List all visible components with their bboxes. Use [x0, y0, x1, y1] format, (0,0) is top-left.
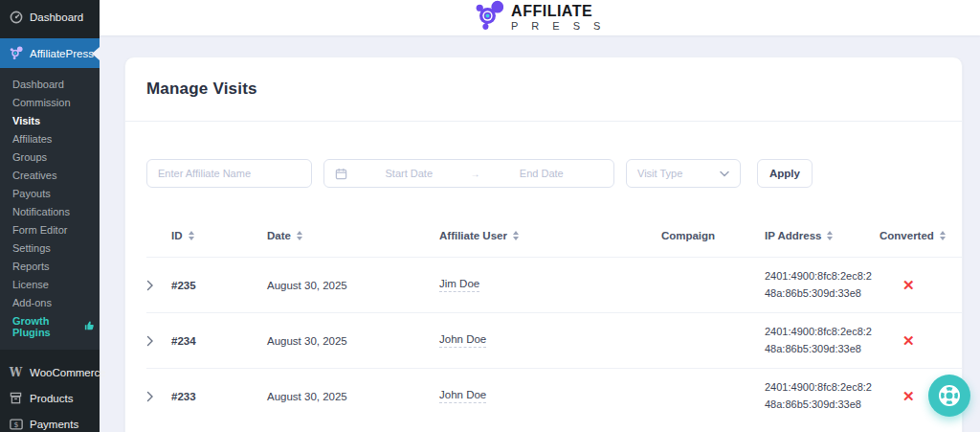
row-expand-button[interactable] — [146, 391, 171, 402]
range-arrow-icon: → — [471, 169, 480, 179]
table-header-row: ID Date Affiliate User Compaign — [146, 230, 962, 257]
visit-date: August 30, 2025 — [267, 280, 439, 291]
content-area: Manage Visits Start Date → End Date Visi… — [100, 35, 980, 432]
submenu-item-add-ons[interactable]: Add-ons — [0, 293, 100, 311]
column-header-campaign: Compaign — [612, 230, 765, 241]
not-converted-icon: ✕ — [902, 277, 915, 293]
submenu-item-dashboard[interactable]: Dashboard — [0, 75, 100, 93]
column-header-date[interactable]: Date — [267, 230, 439, 241]
sort-icon — [189, 231, 194, 240]
sidebar-item-label: AffiliatePress — [30, 48, 94, 59]
sidebar-item-label: Dashboard — [30, 11, 83, 23]
visit-ip-address: 2401:4900:8fc8:2ec8:248a:86b5:309d:33e8 — [765, 261, 878, 309]
visit-type-value: Visit Type — [637, 168, 682, 179]
affiliatepress-logo-icon — [474, 0, 503, 35]
sort-asc-icon — [827, 231, 833, 235]
row-expand-button[interactable] — [146, 335, 171, 347]
table-row: #235 August 30, 2025 Jim Doe 2401:4900:8… — [146, 257, 962, 312]
affiliate-user-link[interactable]: John Doe — [439, 389, 486, 403]
visit-id: #235 — [171, 280, 267, 291]
sort-desc-icon — [513, 237, 519, 240]
column-header-converted[interactable]: Converted — [880, 230, 962, 241]
sort-asc-icon — [940, 231, 946, 235]
wp-lower-menu: W WooCommerce Products $ Payments Market… — [0, 359, 100, 432]
table-row: #233 August 30, 2025 John Doe 2401:4900:… — [146, 368, 962, 423]
manage-visits-card: Manage Visits Start Date → End Date Visi… — [124, 57, 963, 432]
submenu-item-form-editor[interactable]: Form Editor — [0, 220, 100, 239]
sort-icon — [513, 231, 519, 240]
svg-text:$: $ — [13, 420, 18, 428]
products-box-icon — [9, 391, 23, 405]
sort-icon — [940, 231, 946, 240]
wp-admin-sidebar: Dashboard AffiliatePress Dashboard Commi… — [0, 0, 100, 432]
filters-row: Start Date → End Date Visit Type Apply — [146, 159, 941, 188]
visit-date: August 30, 2025 — [267, 391, 439, 402]
column-header-affiliate-user[interactable]: Affiliate User — [439, 230, 612, 241]
sidebar-item-products[interactable]: Products — [0, 385, 100, 411]
main-area: AFFILIATE P R E S S Manage Visits Start … — [100, 0, 980, 432]
affiliatepress-logo: AFFILIATE P R E S S — [474, 0, 606, 35]
visit-type-select[interactable]: Visit Type — [626, 159, 741, 188]
sidebar-item-payments[interactable]: $ Payments — [0, 411, 100, 432]
calendar-icon — [335, 168, 347, 180]
submenu-item-groups[interactable]: Groups — [0, 148, 100, 166]
submenu-item-payouts[interactable]: Payouts — [0, 184, 100, 202]
sort-desc-icon — [189, 237, 194, 240]
not-converted-icon: ✕ — [902, 388, 915, 404]
woocommerce-icon: W — [9, 365, 23, 379]
submenu-item-notifications[interactable]: Notifications — [0, 202, 100, 220]
sort-asc-icon — [297, 231, 302, 235]
submenu-item-creatives[interactable]: Creatives — [0, 166, 100, 184]
logo-line-1: AFFILIATE — [511, 4, 606, 19]
submenu-item-affiliates[interactable]: Affiliates — [0, 129, 100, 148]
affiliate-user-link[interactable]: Jim Doe — [439, 278, 479, 292]
table-body: #235 August 30, 2025 Jim Doe 2401:4900:8… — [146, 257, 962, 423]
submenu-item-commission[interactable]: Commission — [0, 93, 100, 111]
start-date-placeholder[interactable]: Start Date — [347, 168, 471, 179]
visit-id: #234 — [171, 335, 267, 347]
sidebar-item-woocommerce[interactable]: W WooCommerce — [0, 359, 100, 385]
affiliate-user-link[interactable]: John Doe — [439, 333, 486, 348]
table-row: #234 August 30, 2025 John Doe 2401:4900:… — [146, 312, 962, 368]
column-header-id[interactable]: ID — [171, 230, 267, 241]
sidebar-item-label: Payments — [30, 419, 78, 430]
logo-line-2: P R E S S — [511, 21, 606, 32]
sort-asc-icon — [513, 231, 519, 235]
payments-dollar-icon: $ — [9, 417, 23, 431]
visit-date: August 30, 2025 — [267, 335, 439, 347]
sort-desc-icon — [940, 237, 946, 240]
submenu-item-reports[interactable]: Reports — [0, 257, 100, 275]
page-title: Manage Visits — [146, 80, 941, 99]
current-menu-arrow — [92, 47, 100, 60]
affiliatepress-submenu: Dashboard Commission Visits Affiliates G… — [0, 68, 100, 350]
not-converted-icon: ✕ — [902, 332, 915, 349]
submenu-item-license[interactable]: License — [0, 275, 100, 293]
affiliate-name-input[interactable] — [146, 159, 312, 188]
sort-desc-icon — [827, 237, 833, 240]
logo-wordmark: AFFILIATE P R E S S — [511, 4, 606, 32]
life-buoy-icon — [937, 383, 962, 408]
submenu-item-growth-plugins[interactable]: Growth Plugins — [0, 311, 100, 341]
visit-ip-address: 2401:4900:8fc8:2ec8:248a:86b5:309d:33e8 — [765, 316, 878, 365]
sidebar-item-label: WooCommerce — [30, 367, 106, 378]
card-header: Manage Visits — [125, 57, 962, 122]
row-expand-button[interactable] — [146, 280, 171, 291]
sort-icon — [827, 231, 833, 240]
sort-icon — [297, 231, 302, 240]
chevron-down-icon — [720, 171, 729, 177]
thumbs-up-icon — [84, 321, 94, 332]
affiliatepress-logo-icon — [9, 46, 23, 60]
top-header-bar: AFFILIATE P R E S S — [100, 0, 980, 35]
column-header-ip-address[interactable]: IP Address — [765, 230, 880, 241]
visit-ip-address: 2401:4900:8fc8:2ec8:248a:86b5:309d:33e8 — [765, 372, 878, 421]
sidebar-item-dashboard[interactable]: Dashboard — [0, 2, 100, 32]
apply-button[interactable]: Apply — [757, 159, 813, 188]
visits-table: ID Date Affiliate User Compaign — [146, 230, 962, 423]
submenu-item-visits[interactable]: Visits — [0, 111, 100, 129]
sidebar-item-affiliatepress[interactable]: AffiliatePress — [0, 38, 100, 68]
submenu-item-settings[interactable]: Settings — [0, 239, 100, 257]
sort-asc-icon — [189, 231, 194, 235]
end-date-placeholder[interactable]: End Date — [480, 168, 604, 179]
date-range-picker[interactable]: Start Date → End Date — [323, 159, 614, 188]
help-button[interactable] — [928, 375, 970, 417]
